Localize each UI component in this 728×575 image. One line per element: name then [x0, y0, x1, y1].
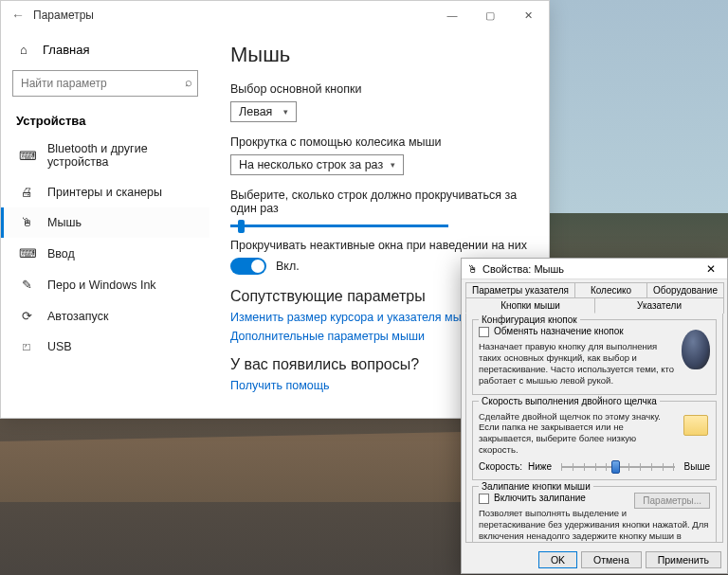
sidebar-item-autoplay[interactable]: ⟳ Автозапуск: [1, 300, 209, 332]
swap-buttons-desc: Назначает правую кнопку для выполнения т…: [479, 341, 710, 386]
swap-buttons-label: Обменять назначение кнопок: [494, 326, 624, 336]
clicklock-checkbox[interactable]: [479, 494, 489, 504]
doubleclick-desc: Сделайте двойной щелчок по этому значку.…: [479, 411, 710, 457]
inactive-windows-toggle[interactable]: [230, 258, 266, 275]
group-legend: Скорость выполнения двойного щелчка: [479, 396, 660, 406]
clicklock-desc: Позволяет выполнять выделение и перетаск…: [479, 508, 710, 543]
sidebar-item-mouse[interactable]: 🖱 Мышь: [1, 207, 209, 238]
sidebar-item-typing[interactable]: ⌨ Ввод: [1, 238, 209, 269]
back-icon[interactable]: ←: [9, 8, 27, 23]
mouse-small-icon: 🖱: [467, 263, 478, 275]
doubleclick-speed-slider[interactable]: [561, 466, 675, 468]
tab-buttons[interactable]: Кнопки мыши: [465, 297, 595, 314]
mouse-illustration: [682, 330, 710, 369]
sidebar-item-label: Автозапуск: [47, 310, 108, 323]
select-value: Левая: [239, 105, 272, 118]
sidebar-item-pen[interactable]: ✎ Перо и Windows Ink: [1, 269, 209, 300]
ok-button[interactable]: OK: [538, 551, 577, 568]
slider-thumb[interactable]: [611, 460, 620, 474]
sidebar-item-usb[interactable]: ⏍ USB: [1, 332, 209, 362]
search-icon: ⌕: [185, 75, 192, 89]
tab-pointer-options[interactable]: Параметры указателя: [465, 282, 575, 297]
mouse-properties-dialog: 🖱 Свойства: Мышь ✕ Параметры указателя К…: [461, 258, 728, 574]
sidebar-item-label: USB: [47, 340, 72, 353]
chevron-down-icon: ▾: [283, 107, 288, 117]
keyboard-icon: ⌨: [19, 246, 34, 261]
group-click-lock: Залипание кнопки мыши Параметры... Включ…: [472, 486, 717, 543]
props-title: Свойства: Мышь: [482, 263, 564, 275]
lines-per-scroll-slider[interactable]: [230, 225, 448, 227]
props-body: Конфигурация кнопок Обменять назначение …: [465, 313, 723, 543]
tab-hardware[interactable]: Оборудование: [646, 282, 724, 297]
sidebar-item-label: Перо и Windows Ink: [47, 279, 156, 292]
tab-pointers[interactable]: Указатели: [594, 297, 724, 314]
pen-icon: ✎: [19, 278, 34, 292]
group-legend: Залипание кнопки мыши: [479, 481, 593, 492]
usb-icon: ⏍: [19, 340, 34, 353]
speed-high-label: Выше: [684, 461, 710, 472]
lines-per-scroll-label: Выберите, сколько строк должно прокручив…: [230, 189, 528, 215]
sidebar-item-label: Мышь: [47, 216, 82, 229]
cancel-button[interactable]: Отмена: [581, 551, 642, 568]
sidebar-item-label: Ввод: [47, 247, 75, 261]
settings-sidebar: ⌂ Главная ⌕ Устройства ⌨ Bluetooth и дру…: [1, 29, 209, 418]
folder-test-icon[interactable]: [683, 415, 708, 436]
tab-wheel[interactable]: Колесико: [574, 282, 647, 297]
settings-titlebar: ← Параметры — ▢ ✕: [1, 1, 549, 29]
inactive-windows-label: Прокручивать неактивные окна при наведен…: [230, 239, 528, 252]
group-legend: Конфигурация кнопок: [479, 314, 580, 325]
group-button-config: Конфигурация кнопок Обменять назначение …: [472, 319, 717, 395]
chevron-down-icon: ▾: [391, 160, 395, 170]
home-button[interactable]: ⌂ Главная: [1, 37, 209, 63]
home-icon: ⌂: [16, 43, 31, 57]
speed-low-label: Ниже: [528, 461, 552, 472]
props-tabs: Параметры указателя Колесико Оборудовани…: [462, 279, 727, 313]
sidebar-item-label: Bluetooth и другие устройства: [47, 142, 194, 169]
toggle-state-label: Вкл.: [276, 260, 300, 273]
settings-title: Параметры: [33, 9, 94, 22]
printer-icon: 🖨: [19, 186, 34, 199]
minimize-button[interactable]: —: [433, 2, 471, 28]
page-heading: Мышь: [230, 43, 528, 67]
select-value: На несколько строк за раз: [239, 158, 383, 171]
maximize-button[interactable]: ▢: [471, 2, 509, 28]
group-doubleclick-speed: Скорость выполнения двойного щелчка Сдел…: [472, 401, 717, 481]
mouse-icon: 🖱: [19, 216, 34, 229]
scroll-mode-label: Прокрутка с помощью колесика мыши: [230, 135, 528, 149]
props-close-button[interactable]: ✕: [699, 262, 723, 276]
apply-button[interactable]: Применить: [646, 551, 721, 568]
sidebar-item-printers[interactable]: 🖨 Принтеры и сканеры: [1, 177, 209, 207]
bluetooth-icon: ⌨: [19, 149, 34, 163]
autoplay-icon: ⟳: [19, 309, 34, 323]
close-button[interactable]: ✕: [509, 2, 547, 28]
home-label: Главная: [43, 43, 89, 57]
clicklock-label: Включить залипание: [494, 493, 586, 503]
primary-button-select[interactable]: Левая ▾: [230, 101, 297, 122]
speed-label: Скорость:: [479, 461, 522, 472]
scroll-mode-select[interactable]: На несколько строк за раз ▾: [230, 154, 404, 175]
sidebar-item-bluetooth[interactable]: ⌨ Bluetooth и другие устройства: [1, 134, 209, 177]
sidebar-item-label: Принтеры и сканеры: [47, 186, 162, 199]
primary-button-label: Выбор основной кнопки: [230, 82, 528, 96]
search-input[interactable]: [12, 70, 198, 97]
clicklock-params-button[interactable]: Параметры...: [634, 493, 710, 509]
swap-buttons-checkbox[interactable]: [479, 327, 489, 337]
sidebar-group-title: Устройства: [1, 104, 209, 134]
props-titlebar: 🖱 Свойства: Мышь ✕: [462, 259, 727, 279]
dialog-buttons: OK Отмена Применить: [462, 547, 727, 573]
